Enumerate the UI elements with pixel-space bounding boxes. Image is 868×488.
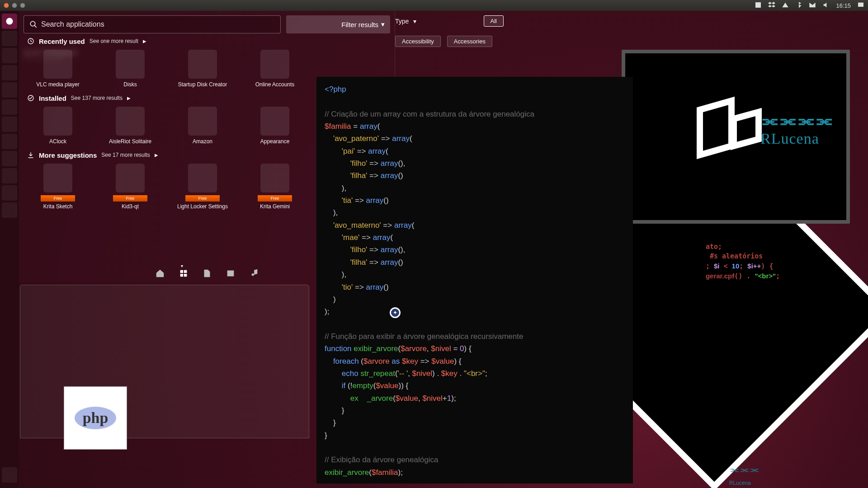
app-tile[interactable]: FreeKid3-qt: [103, 164, 157, 210]
filter-type-label: Type: [395, 18, 409, 25]
app-icon: [116, 50, 145, 79]
see-more-link[interactable]: See one more result: [90, 38, 138, 44]
download-icon: [27, 151, 34, 159]
app-label: Startup Disk Creator: [175, 81, 230, 88]
app-label: Online Accounts: [248, 81, 302, 88]
app-tile[interactable]: AClock: [31, 107, 85, 145]
see-more-link[interactable]: See 137 more results: [71, 95, 123, 101]
svg-point-1: [30, 21, 35, 26]
filter-cat-accessibility[interactable]: Accessibility: [395, 36, 441, 47]
mail-icon[interactable]: [809, 1, 816, 10]
launcher-item[interactable]: [2, 31, 17, 46]
close-icon[interactable]: [4, 3, 9, 8]
trash-icon[interactable]: [2, 467, 17, 483]
filter-results-button[interactable]: Filter results ▾: [286, 15, 390, 33]
filter-all-button[interactable]: All: [484, 15, 504, 27]
svg-point-0: [6, 18, 13, 25]
chevron-down-icon: ▾: [381, 20, 385, 28]
indicator-icon[interactable]: [755, 1, 762, 10]
launcher-item[interactable]: [2, 202, 17, 218]
clock[interactable]: 16:15: [836, 2, 851, 9]
launcher-item[interactable]: [2, 185, 17, 201]
search-icon: [29, 20, 38, 28]
launcher-item[interactable]: [2, 48, 17, 63]
network-icon[interactable]: [782, 1, 789, 10]
chevron-down-icon: ▾: [413, 18, 416, 25]
dash-button[interactable]: [2, 14, 17, 29]
app-label: Disks: [103, 81, 157, 88]
systray: 16:15: [755, 1, 864, 10]
launcher-item[interactable]: [2, 168, 17, 183]
app-tile[interactable]: Disks: [103, 50, 157, 88]
maximize-icon[interactable]: [20, 3, 25, 8]
free-badge: Free: [41, 195, 75, 202]
free-badge: Free: [113, 195, 147, 202]
clock-icon: [27, 38, 34, 45]
rotated-code-snippet: ato; #s aleatórios ; $i < 10; $i++) { ge…: [706, 242, 780, 281]
filter-results-label: Filter results: [341, 21, 378, 28]
app-tile[interactable]: Startup Disk Creator: [175, 50, 230, 88]
filter-panel: Type ▾ All Accessibility Accessories: [395, 11, 504, 74]
chevron-right-icon: ▸: [127, 94, 131, 102]
chevron-right-icon: ▸: [155, 151, 158, 159]
cursor-badge-icon: ✦: [390, 307, 401, 318]
app-tile[interactable]: FreeKrita Gemini: [248, 164, 302, 210]
section-installed-title: Installed: [39, 94, 66, 102]
section-recent-title: Recently used: [39, 38, 85, 45]
app-tile[interactable]: FreeLight Locker Settings: [175, 164, 230, 210]
lens-apps-icon[interactable]: [179, 268, 189, 278]
app-icon: [260, 164, 289, 192]
app-label: AClock: [31, 138, 85, 145]
launcher-item[interactable]: [2, 134, 17, 149]
app-label: VLC media player: [31, 81, 85, 88]
app-icon: [188, 107, 217, 136]
app-icon: [43, 164, 72, 192]
app-label: Amazon: [175, 138, 230, 145]
app-icon: [43, 107, 72, 136]
lens-home-icon[interactable]: [155, 268, 165, 278]
launcher-item[interactable]: [2, 65, 17, 80]
lens-music-icon[interactable]: [249, 268, 259, 278]
rlucena-label: RLucena: [760, 130, 833, 147]
launcher-item[interactable]: [2, 82, 17, 98]
app-icon: [188, 164, 217, 192]
launcher-item[interactable]: [2, 99, 17, 115]
rlucena-small-logo: ⫘⫘⫘RLucena: [729, 464, 759, 488]
session-icon[interactable]: [857, 1, 864, 10]
php-logo[interactable]: php: [64, 386, 127, 450]
search-input[interactable]: [41, 20, 275, 28]
launcher-item[interactable]: [2, 151, 17, 166]
app-tile[interactable]: Appearance: [248, 107, 302, 145]
app-icon: [43, 50, 72, 79]
see-more-link[interactable]: See 17 more results: [101, 152, 150, 158]
bluetooth-icon[interactable]: [795, 1, 802, 10]
preview-window: ⫘⫘⫘⫘ RLucena: [622, 50, 850, 224]
launcher-item[interactable]: [2, 117, 17, 132]
check-icon: [27, 94, 34, 102]
app-tile[interactable]: VLC media player: [31, 50, 85, 88]
app-icon: [188, 50, 217, 79]
dropbox-icon[interactable]: [768, 1, 775, 10]
minimize-icon[interactable]: [12, 3, 17, 8]
search-field[interactable]: [24, 15, 281, 33]
volume-icon[interactable]: [822, 1, 830, 10]
app-tile[interactable]: FreeKrita Sketch: [31, 164, 85, 210]
files-window[interactable]: php: [20, 285, 309, 438]
free-badge: Free: [185, 195, 220, 202]
app-tile[interactable]: AisleRiot Solitaire: [103, 107, 157, 145]
app-icon: [116, 164, 145, 192]
app-label: Krita Gemini: [248, 203, 302, 210]
app-tile[interactable]: Amazon: [175, 107, 230, 145]
app-label: Appearance: [248, 138, 302, 145]
chevron-right-icon: ▸: [143, 37, 146, 45]
app-tile[interactable]: Online Accounts: [248, 50, 302, 88]
unity-launcher: [0, 11, 19, 488]
window-buttons: [4, 3, 25, 8]
app-icon: [116, 107, 145, 136]
top-panel: 16:15: [0, 0, 868, 11]
lens-video-icon[interactable]: [226, 268, 236, 278]
app-icon: [260, 107, 289, 136]
filter-cat-accessories[interactable]: Accessories: [447, 36, 492, 47]
lens-files-icon[interactable]: [202, 268, 212, 278]
section-more-title: More suggestions: [39, 151, 97, 159]
